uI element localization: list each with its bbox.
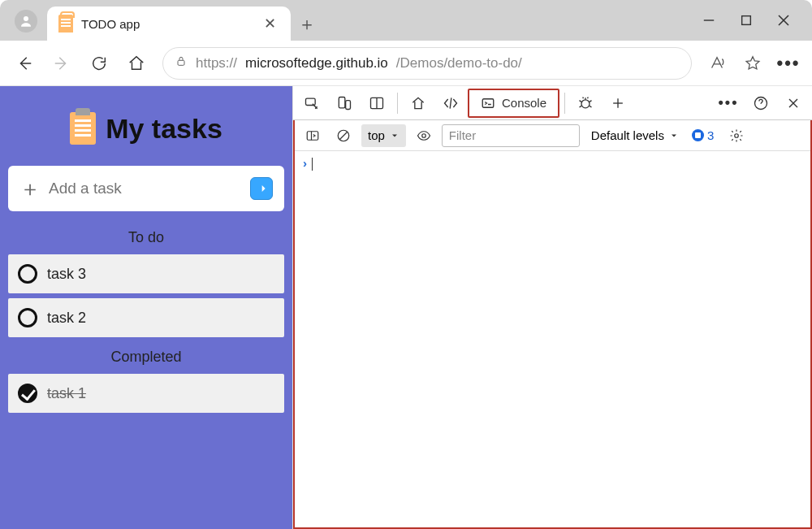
device-emulation-button[interactable] [329, 89, 360, 118]
url-path: /Demos/demo-to-do/ [396, 55, 522, 72]
svg-point-12 [581, 99, 590, 107]
svg-rect-7 [339, 97, 345, 107]
svg-rect-5 [178, 60, 184, 65]
add-task-input[interactable] [49, 180, 242, 197]
tab-todo-app[interactable]: TODO app ✕ [47, 7, 291, 41]
task-text: task 3 [47, 266, 86, 283]
new-tab-button[interactable]: ＋ [291, 8, 323, 41]
console-toolbar: top Default levels 3 [295, 120, 810, 151]
profile-avatar[interactable] [15, 10, 37, 33]
plus-icon: ＋ [298, 12, 316, 37]
window-close-button[interactable] [776, 13, 791, 28]
issues-indicator[interactable]: 3 [692, 128, 714, 142]
toggle-sidebar-button[interactable] [300, 124, 326, 148]
inspect-element-button[interactable] [296, 89, 327, 118]
clipboard-icon [58, 15, 73, 33]
heading-text: My tasks [106, 113, 222, 145]
separator [564, 93, 565, 114]
page-todo-app: My tasks ＋ To do task 3 task 2 Completed… [0, 86, 292, 529]
live-expression-button[interactable] [411, 124, 437, 148]
plus-icon: ＋ [19, 178, 41, 199]
devtools-close-button[interactable] [778, 89, 809, 118]
log-levels-selector[interactable]: Default levels [591, 128, 679, 142]
svg-rect-11 [482, 98, 494, 107]
favorite-button[interactable] [737, 48, 768, 79]
console-tab[interactable]: Console [468, 89, 559, 118]
prompt-caret-icon: › [303, 156, 307, 170]
svg-line-21 [340, 132, 348, 139]
task-row[interactable]: task 3 [8, 254, 284, 293]
devtools-panel: Console ••• [292, 86, 812, 529]
home-button[interactable] [120, 47, 153, 80]
console-icon [481, 96, 495, 111]
url-protocol: https:// [196, 55, 237, 72]
devtools-toolbar: Console ••• [293, 86, 812, 120]
issues-count: 3 [707, 128, 714, 142]
svg-rect-2 [742, 16, 751, 25]
dock-side-button[interactable] [361, 89, 392, 118]
section-label-completed: Completed [8, 349, 284, 366]
chevron-down-icon [390, 131, 400, 141]
context-label: top [368, 128, 385, 142]
more-tabs-button[interactable] [603, 89, 633, 118]
svg-point-22 [422, 133, 426, 137]
svg-point-23 [735, 133, 739, 137]
dots-icon: ••• [719, 94, 739, 111]
console-settings-button[interactable] [723, 124, 749, 148]
dots-icon: ••• [776, 53, 800, 74]
window-titlebar: TODO app ✕ ＋ [0, 0, 812, 41]
svg-rect-18 [307, 131, 318, 140]
clipboard-icon [70, 112, 96, 145]
url-host: microsoftedge.github.io [245, 55, 388, 72]
read-aloud-button[interactable] [702, 48, 732, 79]
refresh-button[interactable] [83, 47, 115, 80]
arrow-right-icon [255, 182, 268, 195]
forward-button[interactable] [45, 47, 78, 80]
context-selector[interactable]: top [361, 124, 406, 147]
svg-rect-8 [346, 100, 351, 109]
chevron-down-icon [669, 131, 679, 141]
issues-icon [692, 129, 704, 141]
more-button[interactable]: ••• [773, 48, 804, 79]
checkbox-checked[interactable] [18, 384, 37, 403]
tab-title: TODO app [81, 17, 261, 31]
console-area: top Default levels 3 [293, 120, 812, 529]
section-label-todo: To do [8, 229, 284, 246]
svg-point-0 [24, 16, 28, 21]
window-minimize-button[interactable] [702, 13, 716, 28]
task-text: task 2 [47, 310, 86, 327]
sources-bug-button[interactable] [570, 89, 601, 118]
lock-icon [175, 54, 188, 72]
console-output[interactable]: › [295, 151, 810, 527]
add-task-submit-button[interactable] [250, 177, 273, 200]
tab-close-button[interactable]: ✕ [261, 11, 279, 36]
window-maximize-button[interactable] [739, 13, 754, 28]
devtools-help-button[interactable] [745, 89, 776, 118]
clear-console-button[interactable] [330, 124, 356, 148]
add-task-card: ＋ [8, 166, 284, 211]
back-button[interactable] [8, 47, 41, 80]
task-row[interactable]: task 2 [8, 298, 284, 337]
task-text: task 1 [47, 385, 86, 402]
console-tab-label: Console [502, 96, 546, 110]
page-heading: My tasks [8, 94, 284, 166]
checkbox-unchecked[interactable] [18, 264, 37, 284]
console-filter-input[interactable] [442, 124, 580, 147]
url-input[interactable]: https://microsoftedge.github.io/Demos/de… [162, 47, 692, 80]
svg-rect-6 [306, 98, 316, 105]
log-levels-label: Default levels [591, 128, 664, 142]
text-cursor [312, 158, 313, 171]
elements-tab-button[interactable] [435, 89, 466, 118]
devtools-more-button[interactable]: ••• [713, 89, 744, 118]
welcome-tab-button[interactable] [403, 89, 434, 118]
task-row-completed[interactable]: task 1 [8, 374, 284, 413]
address-bar: https://microsoftedge.github.io/Demos/de… [0, 41, 812, 86]
checkbox-unchecked[interactable] [18, 308, 37, 327]
separator [397, 93, 398, 114]
